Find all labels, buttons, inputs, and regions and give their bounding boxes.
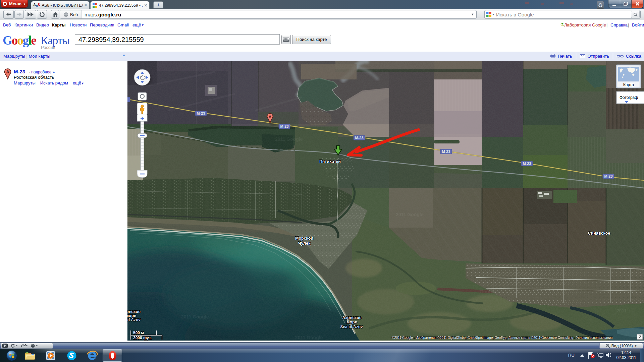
svg-text:Sea of Azov: Sea of Azov: [340, 324, 363, 329]
svg-text:Чулек: Чулек: [298, 241, 311, 246]
svg-text:2011 Google: 2011 Google: [275, 136, 303, 142]
svg-text:A: A: [6, 69, 9, 74]
svg-text:Sea of Azov: Sea of Azov: [127, 317, 141, 322]
svg-text:500 м: 500 м: [133, 330, 144, 335]
svg-text:2011 Google: 2011 Google: [181, 314, 209, 319]
svg-text:2000 фут.: 2000 фут.: [133, 336, 152, 340]
svg-text:море: море: [346, 320, 357, 324]
svg-text:2011 Google: 2011 Google: [295, 335, 323, 340]
svg-text:Карта: Карта: [623, 82, 634, 87]
svg-text:2011: 2011: [616, 308, 627, 313]
svg-text:Фотограф: Фотограф: [620, 95, 638, 100]
svg-text:©2011 Google - Изображения ©20: ©2011 Google - Изображения ©2011 Digital…: [392, 336, 612, 340]
svg-text:Морской: Морской: [295, 236, 313, 241]
svg-text:A: A: [269, 115, 271, 119]
svg-text:Синявское: Синявское: [588, 231, 610, 236]
svg-text:Азовское: Азовское: [342, 315, 362, 320]
svg-text:2011 Google: 2011 Google: [396, 212, 424, 217]
svg-text:Google: Google: [480, 289, 496, 294]
